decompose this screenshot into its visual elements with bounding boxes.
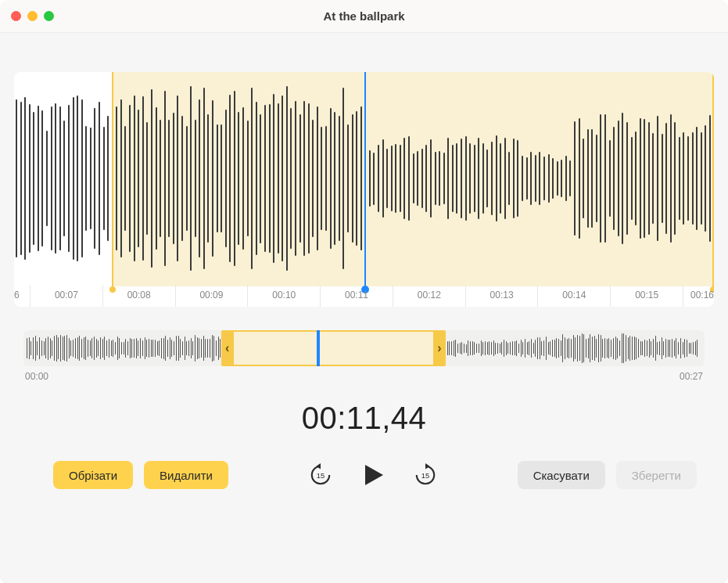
ruler-tick: 6: [14, 285, 30, 307]
ruler-tick: 00:16: [683, 285, 714, 307]
svg-marker-2: [365, 465, 383, 485]
svg-marker-0: [316, 463, 321, 470]
cancel-button[interactable]: Скасувати: [518, 461, 605, 489]
skip-back-15-button[interactable]: 15: [306, 460, 335, 490]
minimize-window-button[interactable]: [27, 11, 38, 21]
editor-content: 600:0700:0800:0900:1000:1100:1200:1300:1…: [0, 33, 728, 583]
window-controls: [11, 11, 54, 21]
overview-track[interactable]: ‹ ›: [23, 330, 705, 366]
trim-button[interactable]: Обрізати: [53, 461, 133, 489]
main-waveform-area[interactable]: [14, 72, 714, 285]
ruler-tick: 00:09: [175, 285, 248, 307]
skip-back-icon: 15: [309, 463, 332, 487]
trim-start-handle[interactable]: [112, 72, 113, 290]
ruler-tick: 00:07: [30, 285, 102, 307]
overview-time-labels: 00:00 00:27: [23, 366, 705, 382]
ruler-tick: 00:13: [465, 285, 538, 307]
overview-end-time: 00:27: [680, 371, 703, 382]
svg-marker-3: [425, 463, 430, 470]
main-waveform-panel[interactable]: 600:0700:0800:0900:1000:1100:1200:1300:1…: [14, 72, 714, 307]
title-bar: At the ballpark: [0, 0, 728, 33]
ruler-tick: 00:08: [102, 285, 175, 307]
play-button[interactable]: [357, 459, 389, 491]
time-ruler: 600:0700:0800:0900:1000:1100:1200:1300:1…: [14, 285, 714, 307]
svg-text:15: 15: [317, 472, 325, 480]
overview-trim-start-handle[interactable]: ‹: [221, 330, 234, 366]
ruler-tick: 00:15: [610, 285, 683, 307]
overview-selection[interactable]: [221, 330, 446, 366]
transport-controls: 15 15: [306, 459, 440, 491]
delete-button[interactable]: Видалити: [144, 461, 228, 489]
play-icon: [360, 462, 386, 488]
overview-panel: ‹ › 00:00 00:27: [23, 330, 705, 382]
controls-row: Обрізати Видалити 15: [0, 436, 728, 514]
save-button[interactable]: Зберегти: [616, 461, 697, 489]
ruler-tick: 00:14: [537, 285, 610, 307]
close-window-button[interactable]: [11, 11, 21, 21]
current-time-display: 00:11,44: [0, 401, 728, 436]
skip-forward-icon: 15: [414, 463, 437, 487]
ruler-tick: 00:10: [247, 285, 320, 307]
trim-end-handle[interactable]: [712, 72, 714, 290]
window-title: At the ballpark: [0, 9, 728, 23]
overview-start-time: 00:00: [25, 371, 48, 382]
skip-forward-15-button[interactable]: 15: [411, 460, 440, 490]
ruler-tick: 00:11: [320, 285, 393, 307]
overview-playhead[interactable]: [317, 330, 320, 366]
playhead[interactable]: [364, 72, 366, 290]
overview-trim-end-handle[interactable]: ›: [433, 330, 446, 366]
maximize-window-button[interactable]: [44, 11, 54, 21]
ruler-tick: 00:12: [393, 285, 465, 307]
svg-text:15: 15: [421, 472, 429, 480]
voice-memo-editor-window: At the ballpark 600:0700:0800:0900:1000:…: [0, 0, 728, 583]
